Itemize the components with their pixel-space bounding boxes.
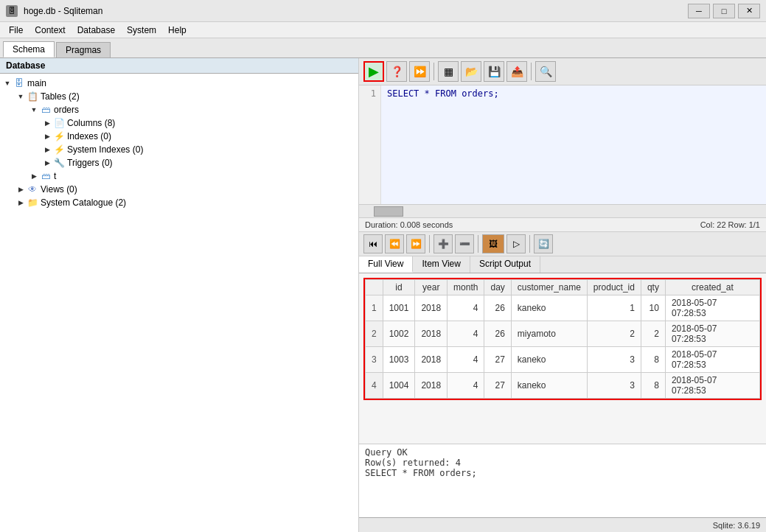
cell-qty-3: 8	[641, 347, 665, 373]
result-prev-button[interactable]: ⏪	[385, 234, 404, 253]
play-icon: ▶	[369, 63, 379, 80]
col-header-qty[interactable]: qty	[641, 280, 665, 295]
scrollbar-thumb[interactable]	[374, 206, 403, 217]
menu-system[interactable]: System	[121, 24, 162, 37]
col-header-product-id[interactable]: product_id	[587, 280, 641, 295]
expand-columns[interactable]: ▶	[43, 119, 52, 127]
menu-database[interactable]: Database	[72, 24, 121, 37]
columns-icon: 📄	[53, 117, 65, 129]
cell-id-2: 1002	[383, 321, 415, 347]
table-row[interactable]: 2 1002 2018 4 26 miyamoto 2 2 2018-05-07…	[366, 321, 760, 347]
title-bar: 🗄 hoge.db - Sqliteman ─ □ ✕	[0, 0, 766, 22]
col-header-id[interactable]: id	[383, 280, 415, 295]
toolbar: ▶ ❓ ⏩ ▦ 📂 💾 📤	[359, 58, 766, 85]
menu-context[interactable]: Context	[29, 24, 71, 37]
tab-pragmas[interactable]: Pragmas	[56, 42, 111, 57]
explain-icon: ❓	[391, 66, 403, 77]
cell-qty-2: 2	[641, 321, 665, 347]
result-next-button[interactable]: ⏩	[406, 234, 425, 253]
result-delete-button[interactable]: ➖	[455, 234, 474, 253]
menu-help[interactable]: Help	[162, 24, 192, 37]
right-panel: ▶ ❓ ⏩ ▦ 📂 💾 📤	[359, 58, 766, 532]
col-header-empty	[366, 280, 383, 295]
tab-script-output[interactable]: Script Output	[470, 256, 540, 273]
tree-view: ▼ 🗄 main ▼ 📋 Tables (2) ▼ 🗃 orders	[0, 74, 358, 532]
expand-t[interactable]: ▶	[29, 172, 38, 181]
expand-main[interactable]: ▼	[3, 79, 12, 88]
result-export-button[interactable]: ▷	[506, 234, 526, 253]
col-header-month[interactable]: month	[448, 280, 484, 295]
tree-node-columns[interactable]: ▶ 📄 Columns (8)	[3, 116, 355, 130]
cell-id-1: 1001	[383, 295, 415, 321]
cell-day-2: 26	[484, 321, 511, 347]
log-line-2: Row(s) returned: 4	[365, 458, 760, 468]
tree-node-indexes[interactable]: ▶ ⚡ Indexes (0)	[3, 130, 355, 143]
cell-customer-2: miyamoto	[511, 321, 587, 347]
save-as-button[interactable]: 📤	[506, 61, 527, 82]
close-button[interactable]: ✕	[738, 4, 760, 18]
result-refresh-button[interactable]: 🔄	[534, 234, 553, 253]
expand-orders[interactable]: ▼	[29, 105, 38, 114]
tree-node-orders[interactable]: ▼ 🗃 orders	[3, 103, 355, 116]
row-num-2: 2	[366, 321, 383, 347]
result-toolbar-sep1	[429, 235, 430, 253]
expand-syscat[interactable]: ▶	[16, 198, 25, 207]
result-image-button[interactable]: 🖼	[482, 234, 504, 253]
expand-triggers[interactable]: ▶	[43, 158, 52, 167]
indexes-icon: ⚡	[53, 130, 65, 142]
col-header-created-at[interactable]: created_at	[665, 280, 759, 295]
table-row[interactable]: 4 1004 2018 4 27 kaneko 3 8 2018-05-07 0…	[366, 373, 760, 399]
database-header: Database	[0, 58, 358, 74]
result-insert-button[interactable]: ➕	[434, 234, 453, 253]
search-button[interactable]: 🔍	[535, 61, 556, 82]
tree-node-views[interactable]: ▶ 👁 Views (0)	[3, 183, 355, 196]
triggers-label: Triggers (0)	[67, 158, 113, 168]
tree-node-main[interactable]: ▼ 🗄 main	[3, 77, 355, 90]
tab-item-view[interactable]: Item View	[413, 256, 470, 273]
result-tabs: Full View Item View Script Output	[359, 256, 766, 273]
tables-label: Tables (2)	[41, 91, 80, 102]
run-script-button[interactable]: ⏩	[409, 61, 430, 82]
log-line-1: Query OK	[365, 447, 760, 458]
run-button[interactable]: ▶	[363, 61, 384, 82]
toolbar-separator-1	[434, 63, 434, 80]
expand-tables[interactable]: ▼	[16, 92, 25, 101]
open-button[interactable]: 📂	[461, 61, 481, 82]
expand-indexes[interactable]: ▶	[43, 132, 52, 141]
expand-sys-indexes[interactable]: ▶	[43, 145, 52, 154]
data-table-outer: id year month day customer_name product_…	[363, 278, 762, 400]
first-record-icon: ⏮	[369, 239, 377, 249]
table-row[interactable]: 1 1001 2018 4 26 kaneko 1 10 2018-05-07 …	[366, 295, 760, 321]
menu-file[interactable]: File	[3, 24, 29, 37]
grid-button[interactable]: ▦	[438, 61, 459, 82]
tab-schema[interactable]: Schema	[3, 41, 55, 57]
tree-node-sys-indexes[interactable]: ▶ ⚡ System Indexes (0)	[3, 143, 355, 156]
tree-node-syscat[interactable]: ▶ 📁 System Catalogue (2)	[3, 196, 355, 209]
col-header-year[interactable]: year	[415, 280, 448, 295]
menu-bar: File Context Database System Help	[0, 22, 766, 38]
table-row[interactable]: 3 1003 2018 4 27 kaneko 3 8 2018-05-07 0…	[366, 347, 760, 373]
export-icon: ▷	[513, 239, 520, 249]
col-header-customer-name[interactable]: customer_name	[511, 280, 587, 295]
maximize-button[interactable]: □	[713, 4, 735, 18]
cell-created-4: 2018-05-07 07:28:53	[665, 373, 759, 399]
tab-full-view[interactable]: Full View	[359, 256, 413, 273]
explain-button[interactable]: ❓	[386, 61, 407, 82]
cell-id-4: 1004	[383, 373, 415, 399]
save-icon: 💾	[488, 66, 501, 77]
open-icon: 📂	[465, 66, 478, 77]
save-button[interactable]: 💾	[484, 61, 504, 82]
tree-node-triggers[interactable]: ▶ 🔧 Triggers (0)	[3, 156, 355, 169]
tree-node-tables[interactable]: ▼ 📋 Tables (2)	[3, 90, 355, 103]
result-first-button[interactable]: ⏮	[363, 234, 383, 253]
expand-views[interactable]: ▶	[16, 185, 25, 194]
views-label: Views (0)	[41, 184, 77, 195]
sql-content[interactable]: SELECT * FROM orders;	[381, 85, 766, 204]
sql-scrollbar-h[interactable]	[359, 204, 766, 217]
minimize-button[interactable]: ─	[688, 4, 710, 18]
tree-node-t[interactable]: ▶ 🗃 t	[3, 169, 355, 183]
sql-editor[interactable]: 1 SELECT * FROM orders;	[359, 85, 766, 218]
col-header-day[interactable]: day	[484, 280, 511, 295]
cell-created-2: 2018-05-07 07:28:53	[665, 321, 759, 347]
row-num-3: 3	[366, 347, 383, 373]
